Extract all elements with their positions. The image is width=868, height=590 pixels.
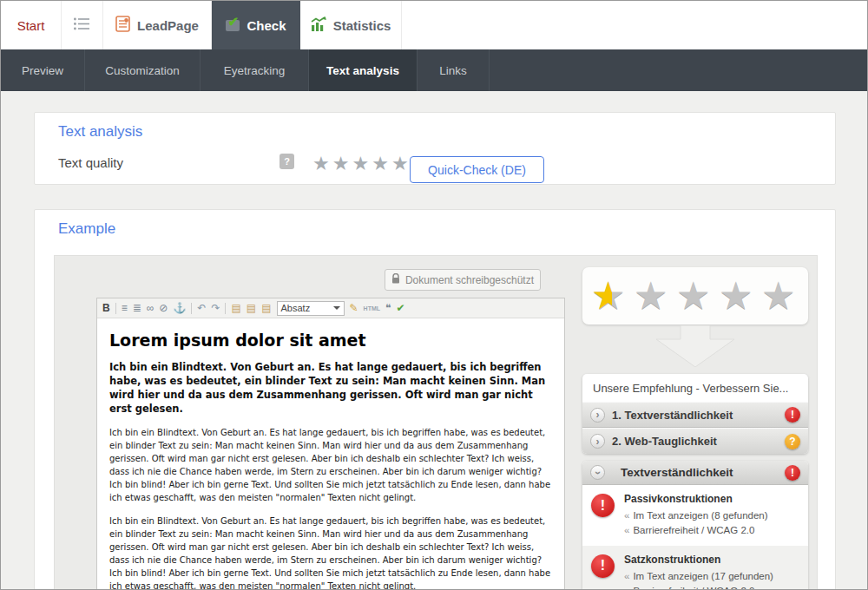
quick-check-button[interactable]: Quick-Check (DE) <box>410 156 544 183</box>
tab-statistics[interactable]: Statistics <box>300 1 402 49</box>
show-in-text-link[interactable]: «Im Text anzeigen (17 gefunden) <box>624 569 799 584</box>
help-icon[interactable]: ? <box>279 154 294 169</box>
down-arrow-icon <box>656 325 734 370</box>
issue-title: Satzkonstruktionen <box>624 554 799 566</box>
text-editor: B ≡ ≣ ∞ ⊘ ⚓ ↶ ↷ ▤ ▤ ▤ Absatz <box>96 298 565 590</box>
issue-title: Passivkonstruktionen <box>624 493 799 505</box>
example-card: Example Dokument schreibgeschützt B ≡ ≣ <box>34 209 836 590</box>
star-icon-empty: ★ <box>634 273 672 318</box>
spellcheck-icon[interactable]: ✔ <box>397 303 405 313</box>
quick-check-button-label: Quick-Check (DE) <box>428 163 526 177</box>
document-body[interactable]: Lorem ipsum dolor sit amet Ich bin ein B… <box>97 318 564 590</box>
subtab-eyetracking-label: Eyetracking <box>224 64 286 77</box>
recommendation-panel: Unsere Empfehlung - Verbessern Sie... › … <box>582 374 808 454</box>
error-icon: ! <box>591 494 615 517</box>
toolbar-separator <box>225 303 226 314</box>
anchor-icon[interactable]: ⚓ <box>173 303 186 313</box>
chevron-right-icon[interactable]: › <box>590 408 605 423</box>
tab-check-label: Check <box>247 18 286 33</box>
example-title: Example <box>58 220 115 238</box>
tab-check-active[interactable]: ✔ Check <box>212 1 300 49</box>
show-in-text-link[interactable]: «Im Text anzeigen (8 gefunden) <box>624 508 799 523</box>
document-lead-paragraph: Ich bin ein Blindtext. Von Geburt an. Es… <box>109 360 552 416</box>
subtab-text-analysis-active[interactable]: Text analysis <box>309 49 418 91</box>
paste-text-icon[interactable]: ▤ <box>247 303 256 313</box>
format-select[interactable]: Absatz <box>277 301 345 316</box>
app-window: Start LeadPage ✔ <box>0 0 868 590</box>
statistics-chart-icon <box>311 16 326 34</box>
laquo-icon: « <box>624 586 629 590</box>
subtab-eyetracking[interactable]: Eyetracking <box>201 49 309 91</box>
link-icon[interactable]: ∞ <box>147 303 155 313</box>
tab-statistics-label: Statistics <box>333 18 391 33</box>
list-icon <box>74 17 90 33</box>
error-icon: ! <box>591 554 615 578</box>
main-tab-bar: Start LeadPage ✔ <box>1 1 867 49</box>
paste-word-icon[interactable]: ▤ <box>261 303 271 313</box>
subtab-customization[interactable]: Customization <box>85 49 201 91</box>
recommendation-item-label: 2. Web-Tauglichkeit <box>612 435 717 448</box>
text-analysis-title: Text analysis <box>58 123 142 141</box>
blockquote-icon[interactable]: ❝ <box>385 303 391 313</box>
subtab-customization-label: Customization <box>105 64 180 77</box>
issue-item-passivkonstruktionen: ! Passivkonstruktionen «Im Text anzeigen… <box>582 485 808 546</box>
laquo-icon: « <box>624 510 629 521</box>
alert-badge: ! <box>785 407 800 423</box>
paste-icon[interactable]: ▤ <box>231 303 240 313</box>
tab-start[interactable]: Start <box>1 1 62 49</box>
star-icon-empty: ★ <box>761 273 799 318</box>
toolbar-separator <box>191 303 192 314</box>
recommendation-item-label: 1. Textverständlichkeit <box>612 409 733 422</box>
textverstaendlichkeit-panel: › Textverständlichkeit ! ! Passivkonstru… <box>582 461 808 590</box>
alert-badge: ! <box>785 465 800 481</box>
document-readonly-button[interactable]: Dokument schreibgeschützt <box>385 269 541 291</box>
textverstaendlichkeit-header[interactable]: › Textverständlichkeit ! <box>582 461 808 485</box>
question-badge: ? <box>785 434 800 449</box>
sub-nav-bar: Preview Customization Eyetracking Text a… <box>1 49 867 91</box>
accessibility-link[interactable]: «Barrierefreiheit / WCAG 2.0 <box>624 584 799 590</box>
recommendation-header: Unsere Empfehlung - Verbessern Sie... <box>582 374 808 402</box>
text-quality-label: Text quality <box>58 155 123 170</box>
tab-leadpage[interactable]: LeadPage <box>103 1 212 49</box>
tab-list[interactable] <box>62 1 103 49</box>
laquo-icon: « <box>624 571 629 581</box>
numbered-list-icon[interactable]: ≣ <box>133 303 141 313</box>
document-paragraph: Ich bin ein Blindtext. Von Geburt an. Es… <box>109 426 552 504</box>
text-analysis-card: Text analysis Text quality ? ★★★★★ Quick… <box>34 112 836 185</box>
recommendation-item-web-tauglichkeit[interactable]: › 2. Web-Tauglichkeit ? <box>582 428 808 454</box>
subtab-links-label: Links <box>439 64 467 77</box>
edit-icon[interactable]: ✎ <box>350 303 358 313</box>
textverstaendlichkeit-header-label: Textverständlichkeit <box>621 466 733 479</box>
example-preview-area: Dokument schreibgeschützt B ≡ ≣ ∞ ⊘ ⚓ ↶ … <box>54 255 818 590</box>
toolbar-separator <box>115 303 116 314</box>
html-source-icon[interactable]: HTML <box>364 305 380 311</box>
text-quality-rating-stars: ★★★★★ <box>312 153 411 175</box>
subtab-preview-label: Preview <box>22 64 63 77</box>
star-icon-half-filled: ★ ★ <box>591 273 629 318</box>
chevron-right-icon[interactable]: › <box>590 434 605 449</box>
format-select-value: Absatz <box>281 303 311 313</box>
recommendation-item-textverstaendlichkeit[interactable]: › 1. Textverständlichkeit ! <box>582 402 808 428</box>
tab-start-label: Start <box>17 18 45 33</box>
document-paragraph: Ich bin ein Blindtext. Von Geburt an. Es… <box>109 515 552 590</box>
chevron-down-icon <box>333 306 340 310</box>
bold-icon[interactable]: B <box>102 303 110 313</box>
accessibility-link[interactable]: «Barrierefreiheit / WCAG 2.0 <box>624 523 799 538</box>
rating-stars-box: ★ ★ ★ ★ ★ ★ <box>582 267 808 324</box>
laquo-icon: « <box>624 525 629 535</box>
redo-icon[interactable]: ↷ <box>211 303 220 313</box>
check-flag-icon: ✔ <box>226 20 240 31</box>
bullet-list-icon[interactable]: ≡ <box>122 303 128 313</box>
subtab-links[interactable]: Links <box>418 49 490 91</box>
chevron-down-icon[interactable]: › <box>590 465 605 480</box>
tab-bar-spacer <box>402 1 867 49</box>
subtab-text-analysis-label: Text analysis <box>326 64 399 77</box>
star-icon-empty: ★ <box>719 273 757 318</box>
document-heading: Lorem ipsum dolor sit amet <box>109 331 552 350</box>
subtab-preview[interactable]: Preview <box>1 49 85 91</box>
unlink-icon[interactable]: ⊘ <box>159 303 168 313</box>
tab-leadpage-label: LeadPage <box>137 18 199 33</box>
document-readonly-label: Dokument schreibgeschützt <box>405 274 534 286</box>
undo-icon[interactable]: ↶ <box>197 303 206 313</box>
star-icon-empty: ★ <box>676 273 714 318</box>
